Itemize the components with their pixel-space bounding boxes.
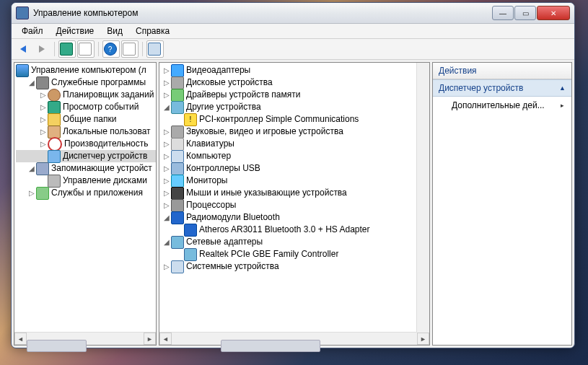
- collapse-icon[interactable]: ◢: [162, 101, 171, 113]
- network-icon: [184, 248, 197, 261]
- cat-usb[interactable]: ▷Контроллеры USB: [162, 162, 429, 175]
- expand-icon[interactable]: ▷: [162, 260, 171, 273]
- device-tree[interactable]: ▷Видеоадаптеры ▷Дисковые устройства ▷Дра…: [159, 63, 429, 332]
- menu-view[interactable]: Вид: [101, 26, 128, 36]
- cat-bluetooth[interactable]: ◢Радиомодули Bluetooth: [162, 211, 429, 224]
- expand-icon[interactable]: ▷: [162, 187, 171, 199]
- users-icon: [48, 126, 61, 138]
- tree-root[interactable]: Управление компьютером (л: [16, 64, 156, 76]
- horizontal-scrollbar[interactable]: ◄ ►: [14, 332, 156, 345]
- collapse-icon[interactable]: ◢: [162, 211, 171, 224]
- up-button[interactable]: [58, 40, 76, 58]
- expand-icon[interactable]: ▷: [162, 64, 171, 76]
- tree-system-tools[interactable]: ◢Служебные программы: [16, 76, 156, 89]
- minimize-button[interactable]: —: [492, 6, 514, 20]
- scan-icon: [148, 43, 161, 56]
- cat-other-devices[interactable]: ◢Другие устройства: [162, 101, 429, 113]
- tools-icon: [36, 76, 49, 89]
- menu-help[interactable]: Справка: [130, 26, 175, 36]
- cat-system-devices[interactable]: ▷Системные устройства: [162, 260, 429, 273]
- expand-icon[interactable]: ▷: [39, 101, 48, 113]
- collapse-icon[interactable]: ◢: [27, 162, 36, 175]
- services-icon: [36, 187, 49, 200]
- tree-shared-folders[interactable]: ▷Общие папки: [16, 113, 156, 126]
- cat-keyboards[interactable]: ▷Клавиатуры: [162, 138, 429, 150]
- drive-icon: [171, 76, 184, 89]
- expand-icon[interactable]: ▷: [162, 76, 171, 89]
- display-icon: [171, 64, 184, 77]
- vertical-scrollbar[interactable]: [416, 63, 429, 333]
- tree-performance[interactable]: ▷Производительность: [16, 138, 156, 150]
- dev-atheros-bt[interactable]: Atheros AR3011 Bluetooth 3.0 + HS Adapte…: [162, 224, 429, 236]
- toolbar-separator: [54, 42, 55, 56]
- expand-icon[interactable]: ▷: [39, 89, 48, 101]
- cat-disk-drives[interactable]: ▷Дисковые устройства: [162, 76, 429, 89]
- console-tree[interactable]: Управление компьютером (л ◢Служебные про…: [14, 63, 156, 332]
- expand-icon[interactable]: ▷: [162, 126, 171, 138]
- clock-icon: [48, 89, 61, 102]
- collapse-icon[interactable]: ◢: [162, 236, 171, 248]
- menu-action[interactable]: Действие: [51, 26, 100, 36]
- collapse-icon[interactable]: ◢: [27, 76, 36, 89]
- menu-file[interactable]: Файл: [16, 26, 49, 36]
- scroll-right-button[interactable]: ►: [417, 333, 429, 345]
- cat-computer[interactable]: ▷Компьютер: [162, 150, 429, 162]
- properties-button[interactable]: [121, 40, 139, 58]
- cat-processors[interactable]: ▷Процессоры: [162, 199, 429, 211]
- cat-mice[interactable]: ▷Мыши и иные указывающие устройства: [162, 187, 429, 199]
- network-icon: [171, 236, 184, 249]
- tree-scheduler[interactable]: ▷Планировщик заданий: [16, 89, 156, 101]
- back-button[interactable]: [14, 40, 32, 58]
- cat-network[interactable]: ◢Сетевые адаптеры: [162, 236, 429, 248]
- tree-icon: [79, 43, 92, 56]
- action-more[interactable]: Дополнительные дей... ▸: [433, 97, 571, 114]
- scroll-right-button[interactable]: ►: [144, 333, 156, 345]
- expand-icon[interactable]: ▷: [162, 199, 171, 211]
- actions-section[interactable]: Диспетчер устройств ▲: [433, 79, 571, 97]
- horizontal-scrollbar[interactable]: ◄ ►: [159, 332, 429, 345]
- expand-icon[interactable]: ▷: [39, 138, 48, 150]
- cat-sound[interactable]: ▷Звуковые, видео и игровые устройства: [162, 126, 429, 138]
- tree-services-apps[interactable]: ▷Службы и приложения: [16, 187, 156, 199]
- mouse-icon: [171, 187, 184, 200]
- tree-storage[interactable]: ◢Запоминающие устройст: [16, 162, 156, 175]
- cat-monitors[interactable]: ▷Мониторы: [162, 175, 429, 187]
- dev-pci-simple[interactable]: !PCI-контроллер Simple Communications: [162, 113, 429, 126]
- forward-button[interactable]: [33, 40, 51, 58]
- tree-device-manager[interactable]: Диспетчер устройств: [16, 150, 156, 162]
- keyboard-icon: [171, 138, 184, 151]
- close-button[interactable]: ✕: [537, 6, 570, 20]
- scan-button[interactable]: [146, 40, 164, 58]
- disk-icon: [48, 175, 61, 188]
- tree-local-users[interactable]: ▷Локальные пользоват: [16, 126, 156, 138]
- memory-icon: [171, 89, 184, 102]
- show-hide-tree-button[interactable]: [77, 40, 95, 58]
- help-button[interactable]: ?: [102, 40, 120, 58]
- expand-icon[interactable]: ▷: [162, 138, 171, 150]
- monitor-icon: [171, 175, 184, 188]
- scroll-thumb[interactable]: [27, 340, 87, 352]
- performance-icon: [48, 137, 62, 151]
- cat-video[interactable]: ▷Видеоадаптеры: [162, 64, 429, 76]
- expand-icon[interactable]: ▷: [162, 175, 171, 187]
- expand-icon[interactable]: ▷: [27, 187, 36, 199]
- expand-icon[interactable]: ▷: [39, 113, 48, 126]
- tree-event-viewer[interactable]: ▷Просмотр событий: [16, 101, 156, 113]
- tree-disk-mgmt[interactable]: Управление дисками: [16, 175, 156, 187]
- collapse-caret-icon[interactable]: ▲: [559, 84, 566, 92]
- scroll-left-button[interactable]: ◄: [159, 333, 172, 345]
- scroll-thumb[interactable]: [221, 340, 320, 352]
- expand-icon[interactable]: ▷: [162, 162, 171, 175]
- dev-realtek-gbe[interactable]: Realtek PCIe GBE Family Controller: [162, 248, 429, 260]
- expand-icon[interactable]: ▷: [162, 89, 171, 101]
- expand-icon[interactable]: ▷: [39, 126, 48, 138]
- cat-memory-drivers[interactable]: ▷Драйверы устройств памяти: [162, 89, 429, 101]
- scroll-left-button[interactable]: ◄: [14, 333, 27, 345]
- maximize-button[interactable]: ▭: [514, 6, 536, 20]
- folder-icon: [48, 113, 61, 126]
- menubar: Файл Действие Вид Справка: [12, 24, 574, 39]
- actions-section-label: Диспетчер устройств: [439, 83, 523, 93]
- actions-header-label: Действия: [439, 66, 477, 76]
- expand-icon[interactable]: ▷: [162, 150, 171, 162]
- titlebar[interactable]: Управление компьютером — ▭ ✕: [12, 3, 574, 24]
